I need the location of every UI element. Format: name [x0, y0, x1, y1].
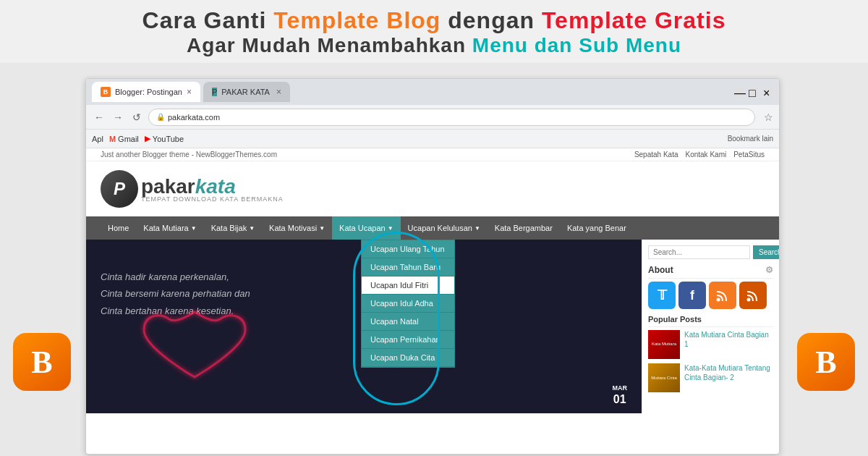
- heart-graphic: [129, 305, 260, 392]
- nav-home[interactable]: Home: [101, 216, 136, 240]
- chevron-down-icon4: ▼: [388, 225, 393, 232]
- tab2-close[interactable]: ×: [276, 87, 281, 97]
- chevron-down-icon5: ▼: [475, 225, 480, 232]
- blogger-b-left: B: [31, 344, 52, 381]
- nav-ucapan-kelulusan[interactable]: Ucapan Kelulusan ▼: [401, 216, 488, 240]
- popular-post-2[interactable]: Mutiara Cinta Kata-Kata Mutiara Tentang …: [648, 363, 773, 392]
- blog-logo: pakarkata TEMPAT DOWNLOAD KATA BERMAKNA: [101, 170, 284, 208]
- url-text: pakarkata.com: [168, 113, 220, 122]
- rss-icon-2[interactable]: [739, 282, 767, 309]
- chevron-down-icon2: ▼: [249, 225, 255, 232]
- post-title-2: Kata-Kata Mutiara Tentang Cinta Bagian- …: [684, 363, 773, 382]
- popular-posts-title: Popular Posts: [648, 315, 773, 327]
- dropdown-pernikahan[interactable]: Ucapan Pernikahan: [362, 331, 454, 349]
- dropdown-natal[interactable]: Ucapan Natal: [362, 313, 454, 331]
- nav-kata-bergambar[interactable]: Kata Bergambar: [488, 216, 560, 240]
- search-input[interactable]: [648, 245, 750, 259]
- sidebar-about-title: About ⚙: [648, 265, 773, 279]
- nav-kata-mutiara[interactable]: Kata Mutiara ▼: [136, 216, 203, 240]
- maximize-button[interactable]: □: [749, 87, 759, 97]
- close-button[interactable]: ×: [763, 87, 773, 97]
- rss-icon-1[interactable]: [709, 282, 736, 309]
- nav-kata-benar[interactable]: Kata yang Benar: [560, 216, 634, 240]
- bookmark-bar: Apl M Gmail ▶ YouTube Bookmark lain: [86, 130, 779, 148]
- search-box: Search: [648, 245, 773, 259]
- popular-post-1[interactable]: Kata Mutiara Kata Mutiara Cinta Bagian 1: [648, 330, 773, 359]
- dropdown-idul-fitri[interactable]: Ucapan Idul Fitri: [362, 276, 454, 295]
- logo-text-area: pakarkata TEMPAT DOWNLOAD KATA BERMAKNA: [141, 175, 284, 203]
- facebook-icon[interactable]: f: [678, 282, 706, 309]
- topbar-text: Just another Blogger theme - NewBloggerT…: [101, 151, 277, 159]
- title-red: Template Gratis: [542, 7, 726, 33]
- logo-subtitle: TEMPAT DOWNLOAD KATA BERMAKNA: [141, 195, 284, 203]
- title-line2-part1: Agar Mudah Menambahkan: [187, 34, 472, 56]
- chevron-down-icon3: ▼: [319, 225, 325, 232]
- svg-point-0: [717, 298, 720, 302]
- social-icons: 𝕋 f: [648, 282, 773, 309]
- thumb-text-1: Kata Mutiara: [648, 330, 680, 359]
- back-button[interactable]: ←: [92, 110, 106, 124]
- nav-kata-bijak[interactable]: Kata Bijak ▼: [204, 216, 262, 240]
- tab1-label: Blogger: Postingan: [115, 88, 182, 96]
- dropdown-tahun-baru[interactable]: Ucapan Tahun Baru: [362, 258, 454, 276]
- bookmark-youtube[interactable]: ▶ YouTube: [145, 134, 184, 143]
- gmail-icon: M: [109, 135, 116, 143]
- tab2-label: PAKAR KATA: [221, 88, 270, 96]
- browser-frame: B Blogger: Postingan × P PAKAR KATA × — …: [85, 78, 780, 455]
- blogger-logo-left: B: [13, 333, 71, 391]
- blogger-logo-right: B: [797, 333, 855, 391]
- svg-point-1: [747, 298, 751, 302]
- bookmark-right: Bookmark lain: [728, 135, 773, 143]
- bookmark-gmail[interactable]: M Gmail: [109, 135, 139, 143]
- logo-kata: kata: [195, 175, 236, 198]
- title-part2: dengan: [441, 7, 542, 33]
- title-line2: Agar Mudah Menambahkan Menu dan Sub Menu: [0, 34, 868, 57]
- gear-icon[interactable]: ⚙: [765, 265, 773, 275]
- mar-month: MAR: [613, 384, 628, 392]
- blog-sidebar: Search About ⚙ 𝕋 f Pop: [642, 240, 779, 413]
- chrome-titlebar: B Blogger: Postingan × P PAKAR KATA × — …: [86, 79, 779, 105]
- forward-button[interactable]: →: [111, 110, 125, 124]
- blog-topbar: Just another Blogger theme - NewBloggerT…: [86, 148, 779, 161]
- dropdown-ulang-tahun[interactable]: Ucapan Ulang Tahun: [362, 240, 454, 258]
- tab1-close[interactable]: ×: [187, 87, 192, 97]
- bookmark-right-label: Bookmark lain: [728, 135, 773, 143]
- title-area: Cara Ganti Template Blog dengan Template…: [0, 0, 868, 63]
- pakar-tab-icon: P: [212, 88, 217, 96]
- mar-badge: MAR 01: [613, 384, 628, 406]
- bookmark-apl[interactable]: Apl: [92, 135, 103, 143]
- title-orange: Template Blog: [273, 7, 441, 33]
- lock-icon: 🔒: [156, 113, 165, 121]
- nav-kata-ucapan[interactable]: Kata Ucapan ▼: [332, 216, 401, 240]
- address-bar[interactable]: 🔒 pakarkata.com: [148, 109, 755, 126]
- nav-kata-motivasi[interactable]: Kata Motivasi ▼: [262, 216, 332, 240]
- minimize-button[interactable]: —: [734, 87, 744, 97]
- reload-button[interactable]: ↺: [129, 110, 144, 124]
- topbar-link-2[interactable]: Kontak Kami: [685, 151, 726, 159]
- blog-header: pakarkata TEMPAT DOWNLOAD KATA BERMAKNA: [86, 161, 779, 216]
- window-controls: — □ ×: [734, 87, 773, 97]
- website-content: Just another Blogger theme - NewBloggerT…: [86, 148, 779, 452]
- blogger-tab-icon: B: [101, 87, 111, 97]
- title-part1: Cara Ganti: [142, 7, 274, 33]
- thumb-text-2: Mutiara Cinta: [648, 363, 680, 392]
- star-icon[interactable]: ☆: [764, 111, 773, 123]
- dropdown-idul-adha[interactable]: Ucapan Idul Adha: [362, 295, 454, 313]
- post-line2: Cinta bersemi karena perhatian dan: [101, 285, 250, 302]
- chrome-addressbar: ← → ↺ 🔒 pakarkata.com ☆: [86, 105, 779, 130]
- post-thumb-1: Kata Mutiara: [648, 330, 680, 359]
- topbar-links: Sepatah Kata Kontak Kami PetaSitus: [634, 151, 765, 159]
- youtube-icon: ▶: [145, 134, 150, 143]
- mar-day: 01: [613, 392, 628, 406]
- title-teal: Menu dan Sub Menu: [472, 34, 681, 56]
- search-button[interactable]: Search: [753, 245, 779, 259]
- dropdown-duka-cita[interactable]: Ucapan Duka Cita: [362, 349, 454, 367]
- blog-nav: Home Kata Mutiara ▼ Kata Bijak ▼ Kata Mo…: [86, 216, 779, 240]
- logo-pakar: pakar: [141, 175, 195, 198]
- tab-inactive[interactable]: P PAKAR KATA ×: [203, 82, 290, 102]
- topbar-link-3[interactable]: PetaSitus: [733, 151, 765, 159]
- tab-active[interactable]: B Blogger: Postingan ×: [92, 82, 200, 102]
- twitter-icon[interactable]: 𝕋: [648, 282, 676, 309]
- topbar-link-1[interactable]: Sepatah Kata: [634, 151, 678, 159]
- post-thumb-2: Mutiara Cinta: [648, 363, 680, 392]
